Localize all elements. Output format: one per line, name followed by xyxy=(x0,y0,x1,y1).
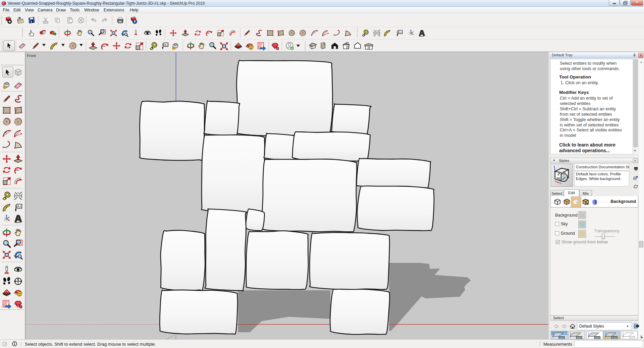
svg-text:Front: Front xyxy=(27,54,36,58)
